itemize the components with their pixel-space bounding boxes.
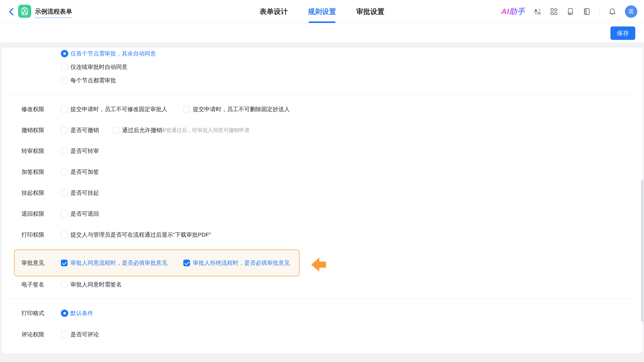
checkbox[interactable] [61, 190, 68, 196]
rule-settings-panel: 仅首个节点需审批，其余自动同意 仅连续审批时自动同意 每个节点都需审批 修改权限… [1, 48, 643, 354]
row-label: 退回权限 [22, 210, 44, 218]
svg-text:中: 中 [537, 11, 541, 15]
apps-grid-icon[interactable] [550, 8, 558, 15]
tab-approval-settings[interactable]: 审批设置 [356, 0, 384, 23]
checkbox-label[interactable]: 是否可退回 [70, 210, 99, 218]
row-label: 修改权限 [22, 105, 44, 113]
checkbox-label[interactable]: 是否可挂起 [70, 189, 99, 197]
checkbox[interactable] [61, 211, 68, 217]
row-label: 挂起权限 [22, 189, 44, 197]
row-label: 转审权限 [22, 147, 44, 155]
radio-selected[interactable] [61, 50, 68, 57]
bell-icon[interactable] [608, 8, 616, 15]
user-avatar[interactable]: 英 [625, 5, 637, 18]
toolbar: 保存 [0, 23, 644, 42]
checkbox[interactable] [61, 106, 68, 113]
radio-option-label[interactable]: 每个节点都需审批 [70, 77, 116, 84]
row-label: 审批意见 [22, 259, 44, 267]
svg-text:A: A [534, 8, 538, 13]
save-button[interactable]: 保存 [610, 26, 635, 40]
checkbox-label[interactable]: 审批人同意流程时，是否必填审批意见 [70, 259, 167, 267]
radio-option-label[interactable]: 仅连续审批时自动同意 [70, 63, 128, 71]
header-actions: AI助手 A 中 英 [501, 0, 637, 23]
withdraw-hint-text: 审批通过后，经审批人同意可撤销申请 [161, 127, 250, 134]
approval-mode-option-row: 每个节点都需审批 [1, 76, 643, 85]
checkbox-label[interactable]: 审批人同意时需签名 [70, 281, 122, 289]
row-transfer-permission: 转审权限 是否可转审 [1, 146, 643, 156]
row-print-format: 打印格式 默认条件 [1, 309, 643, 318]
checkbox[interactable] [61, 281, 68, 288]
radio-option-label[interactable]: 仅首个节点需审批，其余自动同意 [70, 50, 156, 57]
row-suspend-permission: 挂起权限 是否可挂起 [1, 188, 643, 198]
row-label: 电子签名 [22, 281, 44, 289]
tab-form-design[interactable]: 表单设计 [260, 0, 288, 23]
checkbox[interactable] [61, 127, 68, 134]
radio-unselected[interactable] [61, 63, 68, 71]
checkbox[interactable] [61, 231, 68, 238]
radio-selected[interactable] [61, 310, 68, 317]
radio-unselected[interactable] [61, 77, 68, 84]
approval-mode-option-row: 仅首个节点需审批，其余自动同意 [1, 49, 643, 58]
row-approval-opinion: 审批意见 审批人同意流程时，是否必填审批意见 审批人拒绝流程时，是否必填审批意见 [1, 258, 643, 268]
row-modify-permission: 修改权限 提交申请时，员工不可修改固定审批人 提交申请时，员工不可删除固定抄送人 [1, 105, 643, 114]
translate-icon[interactable]: A 中 [534, 8, 541, 15]
book-icon[interactable] [566, 8, 574, 15]
checkbox-checked[interactable] [183, 260, 190, 266]
checkbox[interactable] [183, 106, 190, 113]
row-comment-permission: 评论权限 是否可评论 [1, 330, 643, 339]
header: 示例流程表单 表单设计 规则设置 审批设置 AI助手 A 中 [0, 0, 644, 23]
checkbox-checked[interactable] [61, 260, 68, 266]
section-divider [10, 298, 634, 299]
row-withdraw-permission: 撤销权限 是否可撤销 通过后允许撤销 审批通过后，经审批人同意可撤销申请 [1, 125, 643, 135]
checkbox-label[interactable]: 是否可评论 [70, 331, 99, 338]
checkbox-label[interactable]: 提交申请时，员工不可修改固定审批人 [70, 105, 167, 113]
row-label: 打印权限 [22, 231, 44, 239]
row-addsign-permission: 加签权限 是否可加签 [1, 167, 643, 177]
section-divider [10, 94, 634, 94]
row-sendback-permission: 退回权限 是否可退回 [1, 209, 643, 219]
checkbox-label[interactable]: 通过后允许撤销 [122, 126, 162, 134]
radio-option-label[interactable]: 默认条件 [70, 309, 93, 317]
tab-rule-settings[interactable]: 规则设置 [308, 0, 336, 23]
row-print-permission: 打印权限 提交人与管理员是否可在流程通过后显示“下载审批PDF” [1, 230, 643, 240]
row-label: 评论权限 [22, 331, 44, 338]
checkbox-label[interactable]: 提交申请时，员工不可删除固定抄送人 [193, 105, 290, 113]
header-divider [600, 8, 600, 15]
checkbox[interactable] [112, 127, 119, 134]
checkbox[interactable] [61, 331, 68, 338]
checkbox-label[interactable]: 是否可加签 [70, 168, 99, 176]
notebook-icon[interactable] [583, 8, 591, 15]
ai-assistant-button[interactable]: AI助手 [501, 6, 525, 17]
row-label: 打印格式 [22, 309, 44, 317]
approval-mode-option-row: 仅连续审批时自动同意 [1, 62, 643, 72]
checkbox[interactable] [61, 169, 68, 175]
row-signature: 电子签名 审批人同意时需签名 [1, 280, 643, 289]
scrollbar-thumb[interactable] [641, 180, 644, 322]
row-label: 加签权限 [22, 168, 44, 176]
checkbox[interactable] [61, 148, 68, 154]
checkbox-label[interactable]: 是否可撤销 [70, 126, 99, 134]
checkbox-label[interactable]: 审批人拒绝流程时，是否必填审批意见 [193, 259, 290, 267]
checkbox-label[interactable]: 提交人与管理员是否可在流程通过后显示“下载审批PDF” [70, 231, 211, 239]
checkbox-label[interactable]: 是否可转审 [70, 147, 99, 155]
row-label: 撤销权限 [22, 126, 44, 134]
